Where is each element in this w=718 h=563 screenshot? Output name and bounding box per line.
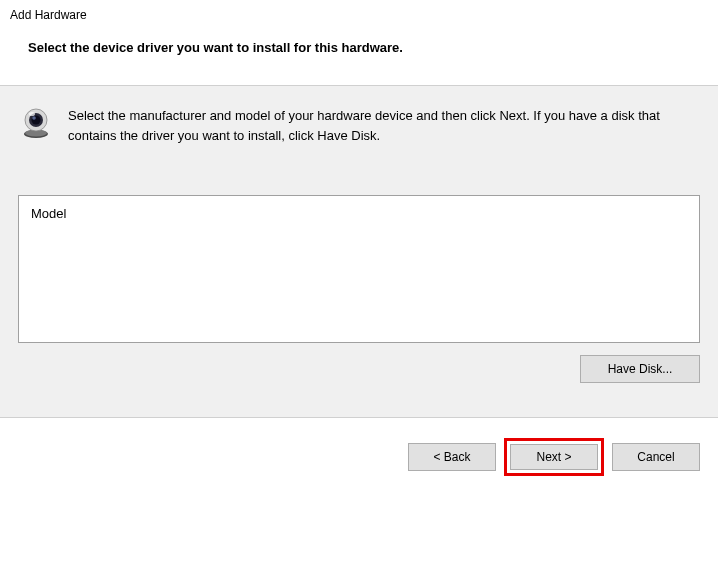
window-title: Add Hardware: [0, 0, 718, 26]
back-button[interactable]: < Back: [408, 443, 496, 471]
content-area: Select the manufacturer and model of you…: [0, 85, 718, 417]
page-heading: Select the device driver you want to ins…: [28, 40, 690, 55]
svg-point-6: [32, 116, 36, 120]
have-disk-row: Have Disk...: [18, 355, 700, 407]
instruction-row: Select the manufacturer and model of you…: [18, 104, 700, 145]
header-section: Select the device driver you want to ins…: [0, 26, 718, 85]
next-button[interactable]: Next >: [510, 444, 598, 470]
have-disk-button[interactable]: Have Disk...: [580, 355, 700, 383]
wizard-footer: < Back Next > Cancel: [0, 417, 718, 496]
next-button-highlight: Next >: [504, 438, 604, 476]
cancel-button[interactable]: Cancel: [612, 443, 700, 471]
svg-point-7: [29, 112, 35, 116]
instruction-text: Select the manufacturer and model of you…: [68, 104, 700, 145]
model-column-header: Model: [31, 206, 687, 221]
model-list-box[interactable]: Model: [18, 195, 700, 343]
hardware-device-icon: [18, 104, 54, 140]
